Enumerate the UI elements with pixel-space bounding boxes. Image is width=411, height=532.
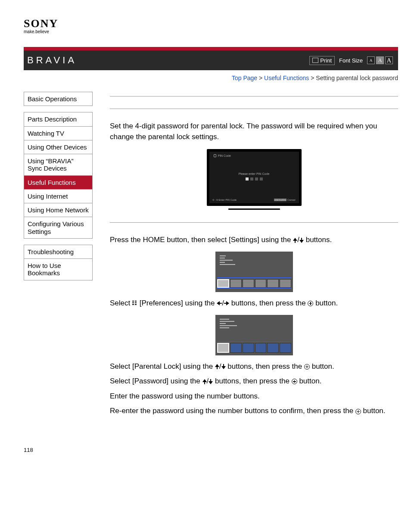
- step-2: Select [Preferences] using the / buttons…: [110, 298, 398, 309]
- font-size-large[interactable]: A: [385, 56, 393, 64]
- enter-icon: [308, 301, 313, 306]
- down-arrow-icon: [299, 238, 304, 243]
- breadcrumb: Top Page > Useful Functions > Setting pa…: [24, 75, 398, 81]
- breadcrumb-top[interactable]: Top Page: [232, 75, 257, 81]
- divider: [110, 109, 398, 109]
- font-size-label: Font Size: [339, 57, 363, 64]
- nav-watching-tv[interactable]: Watching TV: [24, 127, 92, 140]
- tv-illustration: PIN Code Please enter PIN Code 0 - 9 Ent…: [207, 149, 302, 210]
- nav-parts-description[interactable]: Parts Description: [24, 112, 92, 126]
- divider: [110, 222, 398, 223]
- main-content: Set the 4-digit password for parental lo…: [110, 84, 398, 421]
- intro-text: Set the 4-digit password for parental lo…: [110, 121, 398, 142]
- up-arrow-icon: [293, 238, 297, 243]
- enter-icon: [355, 409, 361, 414]
- step-4: Select [Password] using the / buttons, t…: [110, 376, 398, 387]
- nav-using-internet[interactable]: Using Internet: [24, 190, 92, 203]
- nav-useful-functions[interactable]: Useful Functions: [24, 176, 92, 190]
- font-size-medium[interactable]: A: [376, 56, 384, 64]
- nav-basic-operations[interactable]: Basic Operations: [24, 92, 92, 106]
- left-arrow-icon: [217, 301, 222, 305]
- step-6: Re-enter the password using the number b…: [110, 406, 398, 417]
- product-logo: BRAVIA: [27, 55, 77, 66]
- nav-using-other-devices[interactable]: Using Other Devices: [24, 140, 92, 154]
- lock-icon: [214, 154, 216, 157]
- nav-troubleshooting[interactable]: Troubleshooting: [24, 245, 92, 259]
- nav-home-network[interactable]: Using Home Network: [24, 203, 92, 217]
- preferences-icon: [132, 301, 137, 306]
- brand-tagline: make.believe: [24, 29, 398, 34]
- preferences-menu-illustration: [215, 315, 293, 355]
- breadcrumb-current: Setting parental lock password: [316, 75, 398, 81]
- nav-configuring-settings[interactable]: Configuring Various Settings: [24, 217, 92, 238]
- print-button[interactable]: Print: [309, 56, 335, 65]
- home-menu-illustration: [215, 252, 293, 292]
- up-arrow-icon: [202, 379, 207, 384]
- divider: [110, 96, 398, 96]
- right-arrow-icon: [224, 301, 229, 305]
- step-3: Select [Parental Lock] using the / butto…: [110, 361, 398, 372]
- breadcrumb-category[interactable]: Useful Functions: [264, 75, 309, 81]
- down-arrow-icon: [209, 379, 213, 384]
- font-size-group: A A A: [367, 56, 393, 64]
- down-arrow-icon: [221, 364, 226, 369]
- enter-icon: [304, 364, 310, 370]
- header-bar: BRAVIA Print Font Size A A A: [24, 50, 398, 70]
- nav-bravia-sync[interactable]: Using “BRAVIA” Sync Devices: [24, 154, 92, 176]
- brand-block: SONY make.believe: [24, 17, 398, 34]
- sony-logo: SONY: [24, 17, 398, 30]
- page-number: 118: [24, 447, 398, 453]
- print-icon: [312, 58, 318, 63]
- up-arrow-icon: [215, 364, 219, 369]
- nav-bookmarks[interactable]: How to Use Bookmarks: [24, 259, 92, 280]
- accent-bar: [24, 47, 398, 50]
- step-5: Enter the password using the number butt…: [110, 391, 398, 402]
- print-label: Print: [320, 57, 332, 64]
- enter-icon: [292, 379, 297, 384]
- font-size-small[interactable]: A: [367, 56, 375, 64]
- sidebar-nav: Basic Operations Parts Description Watch…: [24, 92, 93, 421]
- step-1: Press the HOME button, then select [Sett…: [110, 235, 398, 246]
